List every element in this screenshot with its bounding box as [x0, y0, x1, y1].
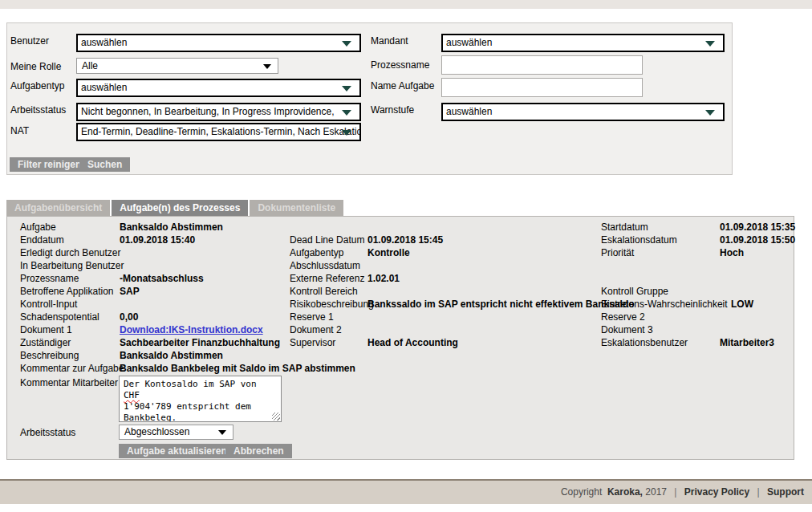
risikobeschreibung-label: Risikobeschreibung	[290, 299, 374, 310]
mandant-dropdown-value: auswählen	[446, 37, 492, 48]
reserve2-label: Reserve 2	[601, 311, 645, 323]
eskalationsdatum-value: 01.09.2018 15:50	[720, 234, 795, 246]
chevron-down-icon	[342, 86, 351, 91]
eskalationsbenutzer-value: Mitarbeiter3	[720, 337, 774, 348]
kommentar-mitarbeiter-label: Kommentar Mitarbeiter	[20, 377, 118, 388]
warnstufe-dropdown[interactable]: auswählen	[441, 103, 725, 121]
supervisor-value: Head of Accounting	[367, 337, 458, 348]
arbeitsstatus-detail-label: Arbeitsstatus	[20, 427, 75, 438]
chevron-down-icon	[342, 130, 351, 136]
chevron-down-icon	[705, 110, 715, 116]
comment-text-line2: 1'904'789 entspricht dem	[124, 401, 251, 412]
meine-rolle-select[interactable]: Alle	[76, 58, 278, 74]
prozessname-detail-label: Prozessname	[20, 273, 79, 284]
comment-text-line3: Bankbeleg.	[124, 412, 177, 422]
prozessname-label: Prozessname	[371, 59, 429, 71]
mandant-dropdown[interactable]: auswählen	[441, 34, 725, 52]
tab-aufgabenuebersicht[interactable]: Aufgabenübersicht	[6, 200, 110, 216]
eskalationsbenutzer-label: Eskalationsbenutzer	[601, 337, 688, 348]
benutzer-dropdown[interactable]: auswählen	[76, 34, 361, 52]
chevron-down-icon	[263, 64, 271, 69]
top-bar	[0, 0, 812, 9]
name-aufgabe-label: Name Aufgabe	[371, 80, 434, 91]
kontroll-input-label: Kontroll-Input	[20, 299, 77, 310]
dokument2-label: Dokument 2	[290, 324, 342, 335]
startdatum-value: 01.09.2018 15:35	[720, 221, 795, 233]
nat-label: NAT	[10, 125, 29, 136]
warnstufe-label: Warnstufe	[371, 104, 414, 116]
eintretens-wahrscheinlichkeit-value: LOW	[731, 299, 753, 310]
schadenspotential-label: Schadenspotential	[20, 311, 99, 323]
footer: Copyright Karoka, 2017 | Privacy Policy …	[0, 481, 812, 504]
dokument1-label: Dokument 1	[20, 324, 72, 335]
zustaendiger-label: Zuständiger	[20, 337, 71, 348]
aufgabentyp-dropdown-value: auswählen	[81, 82, 127, 93]
filter-clear-button[interactable]: Filter reinigen	[10, 157, 89, 172]
aufgabentyp-detail-label: Aufgabentyp	[290, 247, 343, 258]
copyright-year: 2017	[645, 486, 667, 498]
risikobeschreibung-value: Bankssaldo im SAP entspricht nicht effek…	[367, 299, 635, 310]
footer-separator: |	[753, 486, 765, 498]
enddatum-label: Enddatum	[20, 234, 64, 246]
tab-dokumentenliste[interactable]: Dokumentenliste	[250, 200, 343, 216]
erledigt-durch-benutzer-label: Erledigt durch Benutzer	[20, 247, 120, 258]
schadenspotential-value: 0,00	[120, 311, 138, 323]
update-task-button[interactable]: Aufgabe aktualisieren	[119, 444, 235, 458]
supervisor-label: Supervisor	[290, 337, 335, 348]
aufgabe-value: Banksaldo Abstimmen	[120, 221, 223, 233]
reserve1-label: Reserve 1	[290, 311, 334, 323]
kontroll-gruppe-label: Kontroll Gruppe	[601, 286, 668, 297]
footer-separator: |	[669, 486, 681, 498]
chevron-down-icon	[705, 41, 715, 47]
meine-rolle-select-value: Alle	[82, 60, 98, 71]
resize-grip-icon[interactable]	[272, 412, 280, 421]
nat-dropdown[interactable]: End-Termin, Deadline-Termin, Eskalations…	[76, 123, 361, 141]
mandant-label: Mandant	[371, 35, 408, 47]
arbeitsstatus-label: Arbeitsstatus	[10, 104, 66, 116]
name-aufgabe-input[interactable]	[441, 78, 643, 97]
meine-rolle-label: Meine Rolle	[10, 61, 61, 72]
tab-bar: Aufgabenübersicht Aufgabe(n) des Prozess…	[6, 200, 345, 216]
kommentar-mitarbeiter-textarea[interactable]: Der Kontosaldo im SAP von CHF 1'904'789 …	[119, 376, 282, 422]
enddatum-value: 01.09.2018 15:40	[120, 234, 195, 246]
eintretens-wahrscheinlichkeit-label: Eintretens-Wahrscheinlichkeit	[601, 299, 728, 310]
comment-misspelled-word: CHF	[124, 390, 140, 400]
startdatum-label: Startdatum	[601, 221, 648, 233]
privacy-policy-link[interactable]: Privacy Policy	[684, 486, 749, 498]
betroffene-applikation-label: Betroffene Applikation	[20, 286, 114, 297]
dokument1-download-link[interactable]: Download:IKS-Instruktion.docx	[120, 324, 263, 335]
chevron-down-icon	[218, 430, 226, 435]
beschreibung-label: Beschreibung	[20, 350, 79, 361]
search-button[interactable]: Suchen	[79, 157, 130, 172]
abschlussdatum-label: Abschlussdatum	[290, 260, 360, 271]
externe-referenz-label: Externe Referenz	[290, 273, 364, 284]
aufgabentyp-label: Aufgabentyp	[10, 80, 64, 91]
support-link[interactable]: Support	[767, 486, 804, 498]
externe-referenz-value: 1.02.01	[367, 273, 400, 284]
copyright-text: Copyright	[561, 486, 602, 498]
aufgabe-label: Aufgabe	[20, 221, 56, 233]
cancel-button[interactable]: Abbrechen	[225, 444, 292, 458]
arbeitsstatus-select[interactable]: Abgeschlossen	[119, 425, 233, 440]
aufgabentyp-detail-value: Kontrolle	[367, 247, 410, 258]
dead-line-datum-label: Dead Line Datum	[290, 234, 364, 246]
benutzer-label: Benutzer	[10, 35, 49, 47]
beschreibung-value: Banksaldo Abstimmen	[120, 350, 223, 361]
app-screen: Benutzer auswählen Meine Rolle Alle Aufg…	[0, 0, 812, 512]
nat-dropdown-value: End-Termin, Deadline-Termin, Eskalations…	[81, 126, 361, 137]
prioritaet-label: Priorität	[601, 247, 634, 258]
filter-panel: Benutzer auswählen Meine Rolle Alle Aufg…	[6, 22, 733, 175]
aufgabentyp-dropdown[interactable]: auswählen	[76, 79, 361, 97]
arbeitsstatus-dropdown[interactable]: Nicht begonnen, In Bearbeitung, In Progr…	[76, 103, 361, 121]
chevron-down-icon	[342, 110, 351, 116]
tab-aufgaben-des-prozesses[interactable]: Aufgabe(n) des Prozesses	[112, 200, 248, 216]
zustaendiger-value: Sachbearbeiter Finanzbuchhaltung	[120, 337, 280, 348]
company-name: Karoka,	[607, 486, 643, 498]
arbeitsstatus-select-value: Abgeschlossen	[124, 426, 189, 437]
prozessname-input[interactable]	[441, 55, 643, 75]
dokument3-label: Dokument 3	[601, 324, 653, 335]
dokument1-value: Download:IKS-Instruktion.docx	[120, 324, 263, 335]
chevron-down-icon	[342, 41, 351, 47]
prozessname-detail-value: -Monatsabschluss	[120, 273, 204, 284]
dead-line-datum-value: 01.09.2018 15:45	[367, 234, 443, 246]
